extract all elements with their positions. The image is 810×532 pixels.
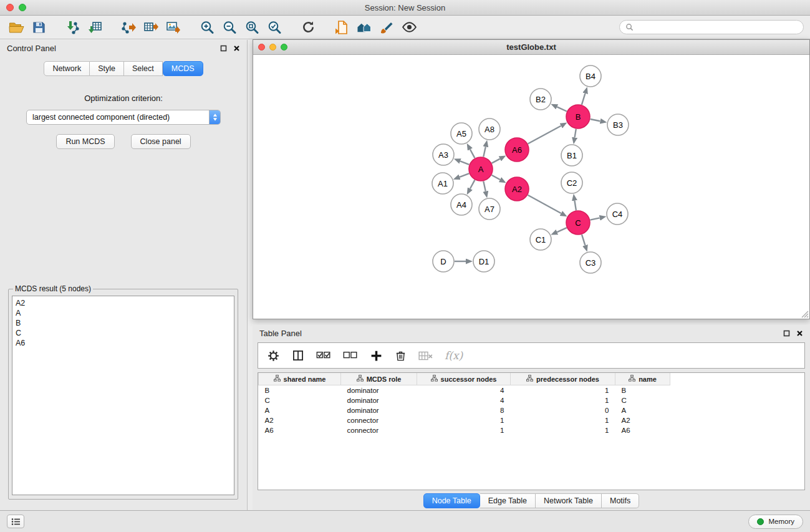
table-cell[interactable]: C (259, 395, 341, 405)
show-columns-button[interactable] (292, 349, 304, 362)
column-header-name[interactable]: name (615, 373, 670, 385)
network-overview-button[interactable] (354, 18, 374, 37)
control-tab-style[interactable]: Style (90, 61, 124, 76)
control-tab-select[interactable]: Select (124, 61, 163, 76)
new-session-from-file-button[interactable] (332, 18, 352, 37)
deselect-all-button[interactable] (343, 351, 358, 360)
mcds-result-list[interactable]: A2ABCA6 (12, 296, 234, 495)
graph-node-B3[interactable]: B3 (607, 114, 629, 135)
graph-edge-A-A2[interactable] (492, 175, 500, 180)
zoom-fit-button[interactable] (242, 18, 262, 37)
table-cell[interactable]: A6 (615, 425, 670, 435)
table-cell[interactable]: 1 (511, 385, 615, 395)
control-tab-mcds[interactable]: MCDS (163, 61, 203, 76)
network-graph[interactable]: B4B2BB3A5A8A6A3B1AA1C2A2A4A7C4CC1C3DD1 (253, 55, 809, 319)
graph-edge-A-A8[interactable] (483, 147, 486, 157)
table-tab-network-table[interactable]: Network Table (536, 493, 602, 508)
graph-node-C1[interactable]: C1 (530, 229, 551, 250)
export-network-button[interactable] (118, 18, 138, 37)
mcds-result-item[interactable]: C (16, 328, 231, 338)
float-panel-icon[interactable] (220, 45, 227, 52)
mcds-result-item[interactable]: A2 (16, 298, 231, 308)
table-cell[interactable]: 8 (417, 405, 511, 415)
column-header-predecessor-nodes[interactable]: predecessor nodes (511, 373, 615, 385)
table-cell[interactable]: B (259, 385, 341, 395)
graph-edge-B-B4[interactable] (582, 94, 586, 105)
table-cell[interactable]: 0 (511, 405, 615, 415)
column-header-shared-name[interactable]: shared name (259, 373, 341, 385)
zoom-in-button[interactable] (197, 18, 217, 37)
table-cell[interactable]: 4 (417, 385, 511, 395)
graph-edge-C-C1[interactable] (557, 228, 566, 232)
table-cell[interactable]: 1 (511, 415, 615, 425)
import-network-button[interactable] (62, 18, 82, 37)
graph-node-B2[interactable]: B2 (530, 89, 551, 110)
graph-node-A3[interactable]: A3 (433, 144, 454, 165)
graph-node-C2[interactable]: C2 (561, 172, 582, 193)
table-cell[interactable]: B (615, 385, 670, 395)
graph-node-B4[interactable]: B4 (580, 65, 601, 87)
search-box[interactable] (619, 20, 804, 34)
table-cell[interactable]: 1 (511, 425, 615, 435)
control-tab-network[interactable]: Network (44, 61, 90, 76)
graph-node-A7[interactable]: A7 (479, 198, 500, 220)
column-header-MCDS-role[interactable]: MCDS role (341, 373, 417, 385)
table-settings-button[interactable] (267, 349, 280, 362)
open-file-button[interactable] (6, 18, 26, 37)
table-cell[interactable]: A2 (615, 415, 670, 425)
table-cell[interactable]: connector (341, 425, 417, 435)
network-canvas[interactable]: B4B2BB3A5A8A6A3B1AA1C2A2A4A7C4CC1C3DD1 (253, 55, 809, 319)
column-header-successor-nodes[interactable]: successor nodes (417, 373, 511, 385)
save-session-button[interactable] (29, 18, 49, 37)
close-panel-button[interactable]: Close panel (131, 134, 191, 149)
graph-node-B[interactable]: B (566, 105, 590, 128)
table-cell[interactable]: connector (341, 415, 417, 425)
memory-button[interactable]: Memory (748, 515, 803, 529)
table-cell[interactable]: 1 (417, 425, 511, 435)
table-cell[interactable]: 4 (417, 395, 511, 405)
resize-grip-icon[interactable] (801, 310, 809, 318)
close-table-panel-icon[interactable] (796, 330, 803, 337)
mcds-result-item[interactable]: B (16, 318, 231, 328)
graph-node-D[interactable]: D (433, 251, 454, 272)
graph-edge-A-A3[interactable] (460, 161, 469, 164)
table-cell[interactable]: A (259, 405, 341, 415)
graph-edge-A-A5[interactable] (470, 150, 475, 158)
graph-node-A1[interactable]: A1 (432, 173, 453, 194)
apply-style-button[interactable] (377, 18, 397, 37)
graph-node-A5[interactable]: A5 (451, 123, 472, 144)
show-panels-button[interactable] (7, 515, 24, 528)
table-cell[interactable]: dominator (341, 385, 417, 395)
zoom-out-button[interactable] (219, 18, 239, 37)
node-table-area[interactable]: shared nameMCDS rolesuccessor nodesprede… (258, 372, 805, 490)
graph-edge-B-B3[interactable] (591, 119, 600, 121)
function-builder-button[interactable]: f(x) (445, 349, 463, 362)
table-cell[interactable]: 1 (417, 415, 511, 425)
close-panel-icon[interactable] (233, 45, 240, 52)
graph-edge-C-C2[interactable] (575, 201, 576, 211)
table-tab-node-table[interactable]: Node Table (423, 493, 480, 508)
graph-edge-A-A7[interactable] (483, 181, 486, 191)
graph-node-A2[interactable]: A2 (505, 177, 529, 201)
graph-node-B1[interactable]: B1 (561, 145, 582, 166)
table-cell[interactable]: 1 (511, 395, 615, 405)
graph-edge-A-A4[interactable] (470, 180, 475, 189)
graph-node-A6[interactable]: A6 (505, 138, 529, 162)
graph-edge-B-B1[interactable] (575, 129, 576, 138)
graph-node-A4[interactable]: A4 (451, 194, 472, 215)
search-input[interactable] (637, 23, 798, 32)
import-table-button[interactable] (85, 18, 105, 37)
graph-node-C3[interactable]: C3 (580, 252, 601, 273)
graph-edge-A2-C[interactable] (528, 195, 561, 213)
create-column-button[interactable] (370, 349, 383, 362)
table-tab-motifs[interactable]: Motifs (602, 493, 639, 508)
network-window-titlebar[interactable]: testGlobe.txt (253, 40, 809, 55)
table-cell[interactable]: A6 (259, 425, 341, 435)
graph-edge-C-C4[interactable] (591, 218, 600, 220)
mcds-result-item[interactable]: A (16, 308, 231, 318)
graph-node-A8[interactable]: A8 (479, 118, 500, 140)
table-cell[interactable]: C (615, 395, 670, 405)
graph-edge-C-C3[interactable] (582, 235, 585, 245)
export-table-button[interactable] (141, 18, 161, 37)
criterion-dropdown[interactable]: largest connected component (directed) (26, 110, 221, 125)
